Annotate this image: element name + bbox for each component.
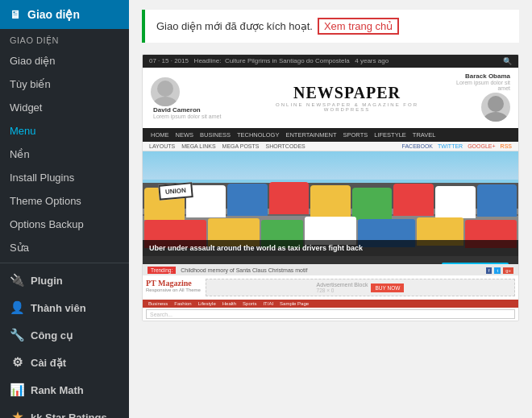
ptmag-nav-health: Health [220,301,239,306]
sidebar: 🖥 Giao diện Giao diện Giao diện Tùy biến… [0,0,129,418]
sidebar-item-label: Sửa [10,242,29,254]
ptmag-ad-block: Advertisement Block 728 × 0 BUY NOW [206,279,515,296]
svg-point-2 [488,96,504,112]
ptmag-search-placeholder: Search... [150,312,172,317]
ptmag-nav-business: Business [146,301,170,306]
np-person-left: David Cameron Lorem ipsum dolor sit amet [151,77,251,119]
sidebar-item-label: Cài đặt [31,357,66,369]
sidebar-item-install-plugins[interactable]: Install Plugins [0,166,129,189]
ptmag-nav-sample: Sample Page [277,301,311,306]
ptmag-preview: Trending: Childhood memory of Santa Clau… [143,265,518,321]
sidebar-item-label: Widget [10,101,42,114]
np-activation-bar: Kích hoạt: Newspaper Tùy biến [143,256,518,264]
sidebar-item-label: Install Plugins [10,172,74,184]
np-nav-ent: ENTERTAINMENT [285,131,336,139]
np-person-right: Barack Obama Lorem ipsum dolor sit amet [443,72,510,123]
ptmag-search-bar: Search... [146,309,515,319]
ptmag-buy-button[interactable]: BUY NOW [371,283,404,292]
sidebar-section-title: Giao diện [0,29,129,49]
sidebar-item-label: Thành viên [31,302,86,314]
sidebar-item-kk-star-ratings[interactable]: ★ kk Star Ratings [0,404,129,418]
sidebar-item-theme-options[interactable]: Theme Options [0,189,129,213]
svg-point-0 [157,81,173,97]
ptmag-preview-area: Trending: Childhood memory of Santa Clau… [143,264,518,321]
np-nav-sports: SPORTS [343,131,368,139]
sidebar-item-cong-cu[interactable]: 🔧 Công cụ [0,321,129,349]
ptmag-nav-sports: Sports [240,301,259,306]
ptmag-ad-text: Advertisement Block [317,282,368,288]
wrench-icon: 🔧 [10,328,24,342]
plugin-icon: 🔌 [10,273,24,288]
theme-preview: 07 · 15 · 2015 Headline: Culture Pilgrim… [143,55,518,264]
sidebar-item-thanh-vien[interactable]: 👤 Thành viên [0,294,129,321]
ptmag-nav-fashion: Fashion [172,301,193,306]
sidebar-header-label: Giao diện [27,8,80,21]
sidebar-item-giao-dien[interactable]: Giao diện [0,49,129,72]
ptmag-body: PT Magazine Responsive on All Theme Adve… [143,275,518,300]
theme-card: 07 · 15 · 2015 Headline: Culture Pilgrim… [142,54,519,321]
ptmag-ticker: Trending: Childhood memory of Santa Clau… [143,265,518,275]
ptmag-branding: PT Magazine Responsive on All Theme [146,279,202,296]
ptmag-ticker-label: Trending: [148,267,176,274]
sidebar-item-nen[interactable]: Nền [0,143,129,166]
notice-text: Giao diện mới đã được kích hoạt. [156,20,313,32]
ptmag-social-icons: f t g+ [486,267,513,274]
np-date: 07 · 15 · 2015 Headline: Culture Pilgrim… [149,57,389,65]
activation-notice: Giao diện mới đã được kích hoạt. Xem tra… [142,10,519,43]
np-nav-business: BUSINESS [200,131,231,139]
np-nav-bar: HOME NEWS BUSINESS TECHNOLOGY ENTERTAINM… [143,128,518,142]
np-nav-travel: TRAVEL [413,131,436,139]
np-nav-lifestyle: LIFESTYLE [374,131,406,139]
user-icon: 👤 [10,300,24,315]
np-header-bar: 07 · 15 · 2015 Headline: Culture Pilgrim… [143,55,518,68]
sidebar-item-label: Theme Options [10,195,81,207]
sidebar-item-label: Công cụ [31,329,73,341]
main-content: Giao diện mới đã được kích hoạt. Xem tra… [129,0,532,418]
sidebar-item-widget[interactable]: Widget [0,96,129,119]
star-icon: ★ [10,410,24,418]
sidebar-item-label: Options Backup [10,218,84,230]
settings-icon: ⚙ [10,355,24,370]
sidebar-item-label: Plugin [31,275,63,287]
np-image-caption: Uber under assault around the world as t… [143,240,518,256]
np-main-image: UNION Uber under assault around the worl… [143,151,518,256]
sidebar-item-label: kk Star Ratings [31,412,107,419]
np-nav-news: NEWS [176,131,194,139]
rankmath-icon: 📊 [10,383,24,397]
sidebar-item-plugin[interactable]: 🔌 Plugin [0,267,129,294]
np-title-bar: David Cameron Lorem ipsum dolor sit amet… [143,68,518,128]
sidebar-item-tuy-bien[interactable]: Tùy biến [0,72,129,96]
sidebar-item-cai-dat[interactable]: ⚙ Cài đặt [0,349,129,376]
sidebar-item-rank-math[interactable]: 📊 Rank Math [0,376,129,404]
np-layout-bar: LAYOUTS MEGA LINKS MEGA POSTS SHORTCODES… [143,142,518,151]
ptmag-gp-icon: g+ [503,267,513,274]
sidebar-item-label: Giao diện [10,55,55,67]
ptmag-nav-itat: IT/AI [260,301,276,306]
monitor-icon: 🖥 [10,8,21,21]
ptmag-nav: Business Fashion Lifestyle Health Sports… [143,300,518,308]
sidebar-item-label: Menu [10,125,36,137]
sidebar-item-sua[interactable]: Sửa [0,236,129,259]
ptmag-nav-lifestyle: Lifestyle [196,301,218,306]
ptmag-ad-size: 728 × 0 [317,288,368,293]
sidebar-item-options-backup[interactable]: Options Backup [0,213,129,236]
sidebar-item-label: Rank Math [31,384,84,396]
np-nav-tech: TECHNOLOGY [237,131,280,139]
sidebar-item-menu[interactable]: Menu [0,119,129,143]
divider [0,263,129,263]
sidebar-header[interactable]: 🖥 Giao diện [0,0,129,29]
ptmag-ticker-text: Childhood memory of Santa Claus Christma… [181,267,307,273]
ptmag-fb-icon: f [486,267,493,274]
view-homepage-link[interactable]: Xem trang chủ [318,18,399,35]
ptmag-tw-icon: t [494,267,501,274]
np-nav-home: HOME [151,131,169,139]
sidebar-item-label: Nền [10,148,30,160]
np-search-icon: 🔍 [503,57,512,65]
np-logo-area: NEWSPAPER ONLINE NEWSPAPER & MAGAZINE FO… [251,84,443,112]
svg-point-1 [152,97,178,106]
sidebar-item-label: Tùy biến [10,78,51,90]
svg-point-3 [483,112,509,122]
